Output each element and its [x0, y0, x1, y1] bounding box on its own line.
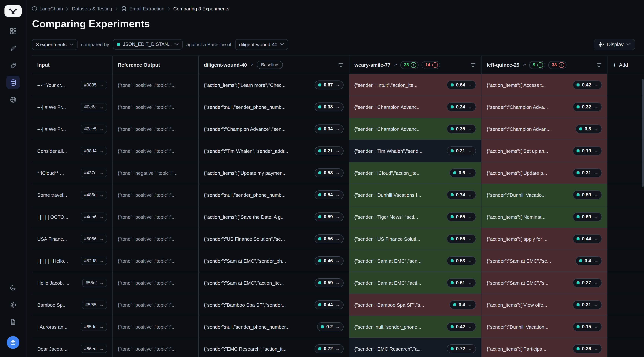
sidebar-item-datasets[interactable] — [6, 76, 20, 89]
experiment-2-output-cell[interactable]: {"sender":"Champion Advan... 0.3 → — [481, 118, 607, 140]
score-badge[interactable]: 0.4 → — [449, 300, 476, 309]
score-badge[interactable]: 0.59 → — [314, 212, 344, 221]
baseline-select[interactable]: diligent-wound-40 — [235, 39, 288, 50]
baseline-output-cell[interactable]: {"sender":null,"sender_phone_numb... 0.3… — [198, 96, 349, 118]
open-experiment-icon[interactable]: ↗ — [522, 62, 526, 68]
score-badge[interactable]: 0.56 → — [314, 234, 344, 243]
experiment-1-output-cell[interactable]: {"sender":"Champion Advanc... 0.24 → — [349, 96, 481, 118]
baseline-output-cell[interactable]: {"sender":"US Finance Solution","se... 0… — [198, 228, 349, 250]
score-badge[interactable]: 0.67 → — [314, 80, 344, 90]
vertical-scrollbar[interactable] — [642, 79, 644, 187]
score-badge[interactable]: 0.59 → — [314, 278, 344, 287]
row-id-badge[interactable]: #0835 → — [81, 81, 107, 89]
experiments-select[interactable]: 3 experiments — [32, 39, 77, 50]
experiment-1-output-cell[interactable]: {"sender":"US Finance Soluti... 0.56 → — [349, 228, 481, 250]
input-cell[interactable]: Consider all... #38d4 → — [32, 140, 112, 162]
input-cell[interactable]: ---| # We Pr... #2ce5 → — [32, 118, 112, 140]
experiment-1-output-cell[interactable]: {"sender":"iCloud","action_ite... 0.6 → — [349, 162, 481, 184]
score-badge[interactable]: 0.72 → — [447, 344, 476, 353]
experiment-1-output-cell[interactable]: {"sender":"Bamboo Spa SF","s... 0.4 → — [349, 294, 481, 316]
score-badge[interactable]: 0.38 → — [314, 102, 344, 112]
regressed-count-badge[interactable]: 33↓ — [548, 61, 566, 69]
improved-count-badge[interactable]: 9↑ — [529, 61, 545, 69]
add-experiment-button[interactable]: + Add — [607, 56, 644, 74]
regressed-count-badge[interactable]: 14↓ — [422, 61, 440, 69]
score-badge[interactable]: 0.72 → — [314, 344, 344, 353]
score-badge[interactable]: 0.74 → — [447, 190, 476, 199]
score-badge[interactable]: 0.36 → — [573, 344, 602, 353]
breadcrumb-org[interactable]: LangChain — [32, 6, 63, 12]
score-badge[interactable]: 0.53 → — [447, 256, 476, 265]
reference-output-cell[interactable]: {"tone":"positive","topic":"... — [112, 338, 198, 357]
experiment-1-output-cell[interactable]: {"sender":"Tim Whalen","send... 0.21 → — [349, 140, 481, 162]
score-badge[interactable]: 0.34 → — [314, 124, 344, 134]
input-cell[interactable]: ---| # We Pr... #0e6c → — [32, 96, 112, 118]
filter-icon[interactable] — [596, 62, 602, 67]
improved-count-badge[interactable]: 23↑ — [400, 61, 419, 69]
row-id-badge[interactable]: #65de → — [81, 323, 107, 331]
input-cell[interactable]: ---**Your cr... #0835 → — [32, 74, 112, 96]
input-cell[interactable]: | Auroras an... #65de → — [32, 316, 112, 338]
langsmith-logo[interactable] — [4, 5, 22, 17]
score-badge[interactable]: 0.32 → — [573, 102, 602, 112]
docs-button[interactable] — [6, 315, 20, 329]
experiment-2-output-cell[interactable]: {"action_items":["Nominat... 0.69 → — [481, 206, 607, 228]
score-badge[interactable]: 0.42 → — [447, 322, 476, 331]
filter-icon[interactable] — [338, 62, 344, 67]
row-id-badge[interactable]: #437e → — [81, 169, 107, 177]
baseline-output-cell[interactable]: {"sender":"Sam at EMC","sender_ph... 0.4… — [198, 250, 349, 272]
sidebar-item-deployments[interactable] — [6, 58, 20, 72]
score-badge[interactable]: 0.24 → — [447, 102, 476, 112]
reference-output-cell[interactable]: {"tone":"negative","topic":"... — [112, 162, 198, 184]
settings-button[interactable] — [6, 298, 20, 312]
input-cell[interactable]: Bamboo Sp... #5f55 → — [32, 294, 112, 316]
input-cell[interactable]: Some travel... #486d → — [32, 184, 112, 206]
experiment-2-output-cell[interactable]: {"sender":"Sam at EMC","se... 0.4 → — [481, 250, 607, 272]
experiment-2-output-cell[interactable]: {"action_items":["Access t... 0.42 → — [481, 74, 607, 96]
sidebar-item-home[interactable] — [6, 24, 20, 38]
theme-toggle-button[interactable] — [6, 281, 20, 294]
reference-output-cell[interactable]: {"tone":"positive","topic":"... — [112, 272, 198, 294]
row-id-badge[interactable]: #4eb6 → — [81, 213, 107, 221]
experiment-1-output-cell[interactable]: {"sender":"Tiger News","acti... 0.65 → — [349, 206, 481, 228]
score-badge[interactable]: 0.35 → — [447, 124, 476, 134]
score-badge[interactable]: 0.15 → — [573, 322, 602, 331]
score-badge[interactable]: 0.61 → — [447, 278, 476, 287]
baseline-output-cell[interactable]: {"sender":"Sam at EMC","action_ite... 0.… — [198, 272, 349, 294]
baseline-output-cell[interactable]: {"sender":null,"sender_phone_numb... 0.5… — [198, 184, 349, 206]
metric-select[interactable]: JSON_EDIT_DISTAN... — [113, 39, 182, 50]
row-id-badge[interactable]: #38d4 → — [81, 147, 107, 155]
row-id-badge[interactable]: #0e6c → — [81, 103, 107, 111]
baseline-output-cell[interactable]: {"action_items":["Save the Date: A g... … — [198, 206, 349, 228]
open-experiment-icon[interactable]: ↗ — [250, 62, 254, 68]
score-badge[interactable]: 0.58 → — [314, 168, 344, 178]
score-badge[interactable]: 0.64 → — [447, 80, 476, 90]
row-id-badge[interactable]: #52d8 → — [81, 257, 107, 265]
baseline-output-cell[interactable]: {"sender":null,"sender_phone_number... 0… — [198, 316, 349, 338]
reference-output-cell[interactable]: {"tone":"positive","topic":"... — [112, 74, 198, 96]
filter-icon[interactable] — [470, 62, 476, 67]
col-header-experiment-2[interactable]: left-quince-29 ↗ 9↑ 33↓ — [481, 56, 607, 74]
input-cell[interactable]: USA Financ... #5066 → — [32, 228, 112, 250]
score-badge[interactable]: 0.21 → — [314, 146, 344, 156]
reference-output-cell[interactable]: {"tone":"positive","topic":"... — [112, 184, 198, 206]
score-badge[interactable]: 0.6 → — [449, 168, 476, 178]
breadcrumb-datasets[interactable]: Datasets & Testing — [72, 6, 112, 12]
experiment-1-output-cell[interactable]: {"sender":"Intuit","action_ite... 0.64 → — [349, 74, 481, 96]
score-badge[interactable]: 0.54 → — [314, 190, 344, 199]
reference-output-cell[interactable]: {"tone":"positive","topic":"... — [112, 250, 198, 272]
input-cell[interactable]: **iCloud** ... #437e → — [32, 162, 112, 184]
row-id-badge[interactable]: #5066 → — [81, 235, 107, 243]
experiment-2-output-cell[interactable]: {"action_items":["apply for ... 0.44 → — [481, 228, 607, 250]
experiment-2-output-cell[interactable]: {"action_items":["Update p... 0.31 → — [481, 162, 607, 184]
score-badge[interactable]: 0.46 → — [314, 256, 344, 265]
score-badge[interactable]: 0.44 → — [573, 234, 602, 243]
score-badge[interactable]: 0.21 → — [447, 146, 476, 156]
reference-output-cell[interactable]: {"tone":"positive","topic":"... — [112, 316, 198, 338]
experiment-2-output-cell[interactable]: {"sender":"Dunhill Vacatio... 0.59 → — [481, 184, 607, 206]
score-badge[interactable]: 0.19 → — [573, 146, 602, 156]
breadcrumb-dataset[interactable]: Email Extraction — [121, 6, 164, 12]
score-badge[interactable]: 0.2 → — [317, 322, 344, 331]
display-button[interactable]: Display — [594, 38, 635, 50]
sidebar-item-annotations[interactable] — [6, 41, 20, 55]
